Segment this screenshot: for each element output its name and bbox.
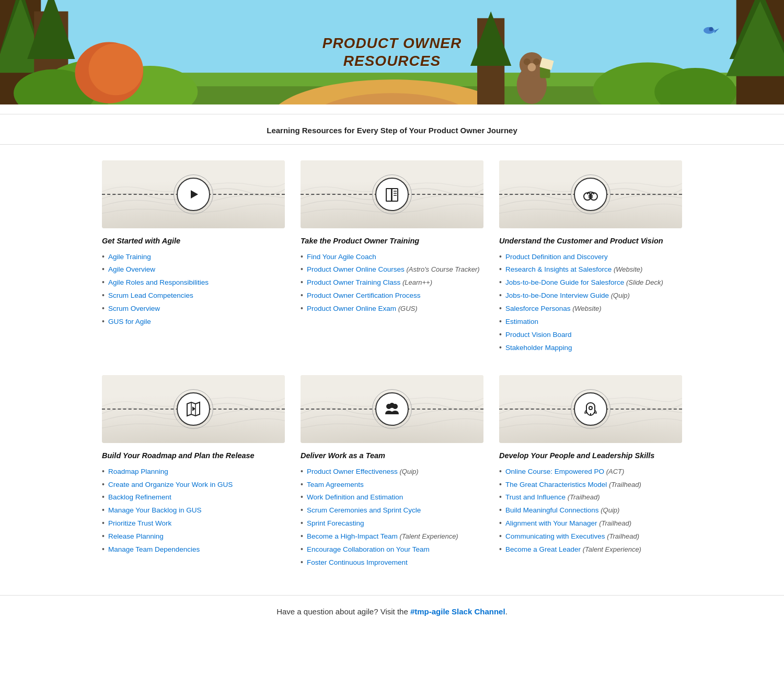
list-item: Product Vision Board [499, 328, 682, 341]
resource-link[interactable]: The Great Characteristics Model [505, 481, 607, 488]
list-item: Product Owner Certification Process [301, 289, 483, 302]
link-note: (Quip) [599, 506, 620, 514]
list-item: Communicating with Executives (Trailhead… [499, 530, 682, 543]
list-item: Encourage Collaboration on Your Team [301, 543, 483, 556]
banner: PRODUCT OWNER RESOURCES [0, 0, 784, 104]
list-item: Become a High-Impact Team (Talent Experi… [301, 530, 483, 543]
card-icon-get-started [177, 178, 210, 211]
list-item: Product Owner Effectiveness (Quip) [301, 465, 483, 478]
card-customer-product-vision: Understand the Customer and Product Visi… [499, 160, 682, 354]
resource-link[interactable]: Salesforce Personas [505, 305, 571, 312]
list-item: The Great Characteristics Model (Trailhe… [499, 478, 682, 491]
resource-link[interactable]: Estimation [505, 318, 538, 325]
resource-link[interactable]: Manage Your Backlog in GUS [108, 506, 202, 514]
resource-link[interactable]: GUS for Agile [108, 318, 151, 325]
list-item: Manage Your Backlog in GUS [102, 504, 285, 517]
trail-image-develop-people [499, 375, 682, 443]
svg-marker-44 [187, 402, 200, 416]
resource-link[interactable]: Manage Team Dependencies [108, 545, 200, 553]
resource-link[interactable]: Roadmap Planning [108, 468, 168, 475]
resource-link[interactable]: Product Owner Effectiveness [307, 468, 398, 475]
resource-link[interactable]: Agile Overview [108, 265, 155, 273]
resource-link[interactable]: Create and Organize Your Work in GUS [108, 481, 233, 488]
list-item: Scrum Ceremonies and Sprint Cycle [301, 504, 483, 517]
list-item: Agile Roles and Responsibilities [102, 276, 285, 289]
card-icon-product-owner-training [375, 178, 409, 211]
resource-link[interactable]: Backlog Refinement [108, 493, 171, 501]
card-title-develop-people: Develop Your People and Leadership Skill… [499, 451, 682, 460]
list-item: Jobs-to-be-Done Interview Guide (Quip) [499, 289, 682, 302]
card-product-owner-training: Take the Product Owner TrainingFind Your… [301, 160, 483, 354]
resource-link[interactable]: Release Planning [108, 532, 164, 540]
resource-link[interactable]: Foster Continuous Improvement [307, 558, 408, 566]
resource-link[interactable]: Scrum Overview [108, 305, 160, 312]
resource-link[interactable]: Agile Roles and Responsibilities [108, 278, 209, 286]
list-item: Backlog Refinement [102, 491, 285, 504]
list-item: Become a Great Leader (Talent Experience… [499, 543, 682, 556]
card-get-started: Get Started with AgileAgile TrainingAgil… [102, 160, 285, 354]
trail-image-deliver-work [301, 375, 483, 443]
subtitle-bar: Learning Resources for Every Step of You… [0, 114, 784, 145]
svg-rect-34 [386, 189, 391, 201]
card-title-get-started: Get Started with Agile [102, 237, 285, 245]
resource-link[interactable]: Jobs-to-be-Done Guide for Salesforce [505, 278, 624, 286]
resource-link[interactable]: Encourage Collaboration on Your Team [307, 545, 430, 553]
resource-link[interactable]: Product Definition and Discovery [505, 253, 608, 261]
svg-point-39 [584, 193, 591, 200]
trail-image-customer-product-vision [499, 160, 682, 228]
svg-point-50 [390, 403, 394, 407]
resource-link[interactable]: Prioritize Trust Work [108, 519, 171, 527]
card-title-roadmap-plan: Build Your Roadmap and Plan the Release [102, 451, 285, 460]
slack-channel-link[interactable]: #tmp-agile Slack Channel [410, 607, 505, 616]
svg-rect-33 [386, 189, 398, 201]
list-item: Product Owner Online Exam (GUS) [301, 302, 483, 316]
resource-link[interactable]: Jobs-to-be-Done Interview Guide [505, 292, 609, 299]
link-note: (Website) [571, 305, 602, 312]
svg-point-29 [704, 27, 714, 34]
resource-link[interactable]: Find Your Agile Coach [307, 253, 376, 261]
card-links-product-owner-training: Find Your Agile CoachProduct Owner Onlin… [301, 250, 483, 315]
link-note: (Quip) [398, 468, 419, 475]
svg-marker-47 [192, 406, 195, 411]
resource-link[interactable]: Alignment with Your Manager [505, 519, 597, 527]
list-item: Work Definition and Estimation [301, 491, 483, 504]
link-note: (Trailhead) [566, 493, 600, 501]
list-item: Sprint Forecasting [301, 517, 483, 530]
list-item: Foster Continuous Improvement [301, 556, 483, 569]
resource-link[interactable]: Research & Insights at Salesforce [505, 265, 612, 273]
resource-link[interactable]: Become a Great Leader [505, 545, 581, 553]
list-item: Agile Training [102, 250, 285, 263]
list-item: Scrum Overview [102, 302, 285, 316]
list-item: Stakeholder Mapping [499, 341, 682, 354]
list-item: Manage Team Dependencies [102, 543, 285, 556]
list-item: Build Meaningful Connections (Quip) [499, 504, 682, 517]
resource-link[interactable]: Trust and Influence [505, 493, 566, 501]
resource-link[interactable]: Communicating with Executives [505, 532, 605, 540]
resource-link[interactable]: Product Owner Training Class [307, 278, 400, 286]
resource-link[interactable]: Agile Training [108, 253, 151, 261]
resource-link[interactable]: Stakeholder Mapping [505, 344, 572, 352]
resource-link[interactable]: Product Vision Board [505, 331, 572, 339]
resource-link[interactable]: Scrum Ceremonies and Sprint Cycle [307, 506, 421, 514]
resource-link[interactable]: Work Definition and Estimation [307, 493, 403, 501]
card-title-deliver-work: Deliver Work as a Team [301, 451, 483, 460]
svg-marker-32 [191, 190, 198, 199]
resource-link[interactable]: Sprint Forecasting [307, 519, 364, 527]
link-note: (Quip) [609, 292, 630, 299]
resource-link[interactable]: Product Owner Online Exam [307, 305, 396, 312]
resource-link[interactable]: Become a High-Impact Team [307, 532, 398, 540]
resource-link[interactable]: Product Owner Online Courses [307, 265, 405, 273]
list-item: GUS for Agile [102, 315, 285, 328]
resource-link[interactable]: Scrum Lead Competencies [108, 292, 193, 299]
list-item: Team Agreements [301, 478, 483, 491]
resource-link[interactable]: Build Meaningful Connections [505, 506, 599, 514]
resource-link[interactable]: Team Agreements [307, 481, 364, 488]
card-links-get-started: Agile TrainingAgile OverviewAgile Roles … [102, 250, 285, 328]
card-links-customer-product-vision: Product Definition and DiscoveryResearch… [499, 250, 682, 354]
link-note: (GUS) [396, 305, 417, 312]
resource-link[interactable]: Product Owner Certification Process [307, 292, 421, 299]
resource-link[interactable]: Online Course: Empowered PO [505, 468, 604, 475]
list-item: Trust and Influence (Trailhead) [499, 491, 682, 504]
footer-text-after: . [505, 607, 508, 616]
link-note: (Website) [612, 265, 642, 273]
